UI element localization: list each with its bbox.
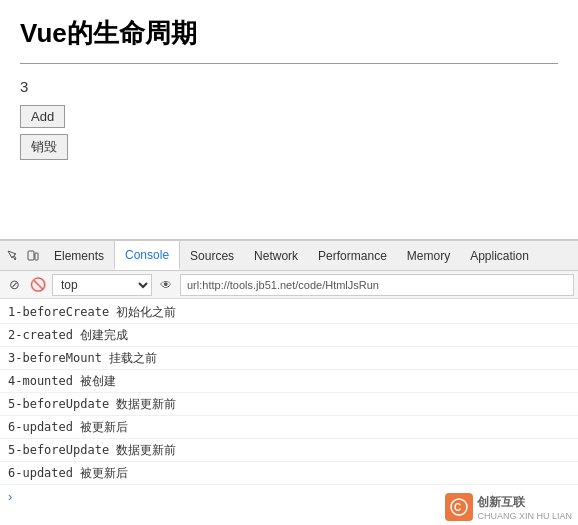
tab-sources[interactable]: Sources (180, 241, 244, 270)
tab-network[interactable]: Network (244, 241, 308, 270)
console-line-2: 2-created 创建完成 (0, 324, 578, 347)
console-line-6: 6-updated 被更新后 (0, 416, 578, 439)
svg-rect-1 (35, 253, 38, 260)
clear-console-button[interactable]: ⊘ (4, 275, 24, 295)
console-line-1: 1-beforeCreate 初始化之前 (0, 301, 578, 324)
console-line-7: 5-beforeUpdate 数据更新前 (0, 439, 578, 462)
console-line-4: 4-mounted 被创建 (0, 370, 578, 393)
context-select[interactable]: top (52, 274, 152, 296)
svg-rect-0 (28, 251, 34, 260)
counter-display: 3 (20, 78, 558, 95)
devtools-tabs-bar: Elements Console Sources Network Perform… (0, 241, 578, 271)
tab-performance[interactable]: Performance (308, 241, 397, 270)
console-line-5: 5-beforeUpdate 数据更新前 (0, 393, 578, 416)
console-line-8: 6-updated 被更新后 (0, 462, 578, 485)
watermark: C 创新互联 CHUANG XIN HU LIAN (445, 493, 572, 521)
eye-icon[interactable]: 👁 (156, 275, 176, 295)
add-button[interactable]: Add (20, 105, 65, 128)
page-title: Vue的生命周期 (20, 16, 558, 51)
url-input[interactable] (180, 274, 574, 296)
tab-console[interactable]: Console (114, 241, 180, 270)
tab-application[interactable]: Application (460, 241, 539, 270)
divider (20, 63, 558, 64)
page-area: Vue的生命周期 3 Add 销毁 (0, 0, 578, 240)
destroy-button[interactable]: 销毁 (20, 134, 68, 160)
svg-text:C: C (454, 502, 461, 513)
console-toolbar: ⊘ 🚫 top 👁 (0, 271, 578, 299)
device-icon[interactable] (24, 247, 42, 265)
tab-memory[interactable]: Memory (397, 241, 460, 270)
tab-elements[interactable]: Elements (44, 241, 114, 270)
filter-button[interactable]: 🚫 (28, 275, 48, 295)
watermark-text: 创新互联 CHUANG XIN HU LIAN (477, 494, 572, 521)
console-output: 1-beforeCreate 初始化之前 2-created 创建完成 3-be… (0, 299, 578, 525)
console-line-3: 3-beforeMount 挂载之前 (0, 347, 578, 370)
inspect-icon[interactable] (4, 247, 22, 265)
devtools-panel: Elements Console Sources Network Perform… (0, 240, 578, 525)
watermark-icon: C (445, 493, 473, 521)
